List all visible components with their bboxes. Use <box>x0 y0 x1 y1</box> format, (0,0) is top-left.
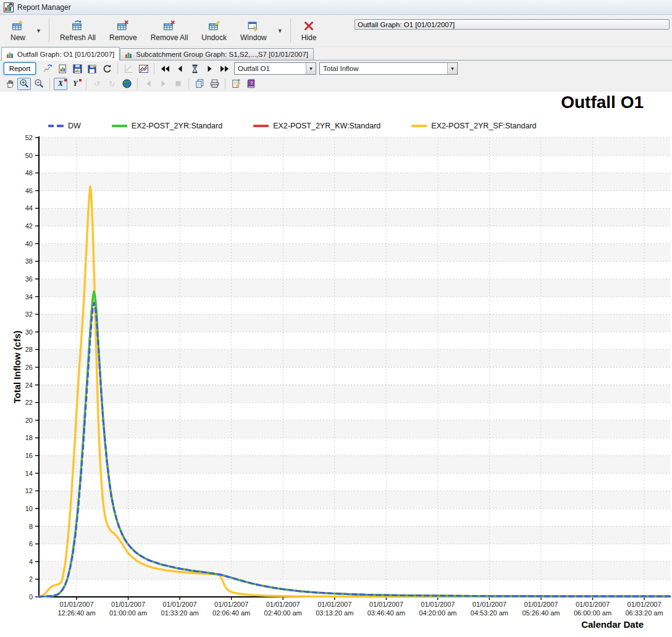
zoom-out-tool-button[interactable] <box>32 78 46 90</box>
pan-tool-button[interactable] <box>2 78 16 90</box>
help-book-button[interactable]: ? <box>244 78 258 90</box>
y-axis-title: Total Inflow (cfs) <box>12 275 22 460</box>
report-tabbar: Outfall Graph: O1 [01/01/2007] Subcatchm… <box>0 47 672 60</box>
previous-icon <box>143 78 154 89</box>
graph-options-button[interactable] <box>41 62 54 75</box>
y-tick-label: 26 <box>25 364 33 371</box>
help-book-icon: ? <box>246 78 256 89</box>
y-tick-label: 22 <box>25 399 33 406</box>
chart-panel[interactable]: 0246810121416182022242628303234363840424… <box>0 91 672 637</box>
y-tick-label: 52 <box>25 134 33 141</box>
grid-band <box>39 173 670 191</box>
first-period-button[interactable] <box>158 62 172 75</box>
chart-properties-button[interactable] <box>229 78 243 90</box>
grid-band <box>39 314 670 332</box>
plot-area[interactable]: 0246810121416182022242628303234363840424… <box>0 91 672 637</box>
step-back-button[interactable] <box>141 78 155 90</box>
full-extent-button[interactable] <box>120 78 133 90</box>
animate-button[interactable] <box>188 62 201 75</box>
chevron-down-icon[interactable]: ▼ <box>306 63 316 74</box>
tab-outfall-graph[interactable]: Outfall Graph: O1 [01/01/2007] <box>1 47 120 60</box>
previous-period-button[interactable] <box>173 62 187 75</box>
step-forward-button[interactable] <box>156 78 170 90</box>
report-button[interactable]: Report <box>4 62 36 75</box>
legend-swatch <box>112 125 127 127</box>
y-tick-label: 12 <box>25 487 33 494</box>
stop-button[interactable] <box>171 78 185 90</box>
save-graph-icon <box>72 64 83 74</box>
x-tick-label: 01/01/200701:00:00 am <box>100 601 157 617</box>
rewind-icon <box>160 64 170 74</box>
remove-all-icon <box>163 20 175 32</box>
new-report-icon <box>12 20 24 32</box>
save-template-button[interactable] <box>85 62 99 75</box>
window-titlebar: Report Manager <box>0 0 672 15</box>
refresh-all-label: Refresh All <box>60 33 96 42</box>
y-tick-label: 8 <box>29 523 33 530</box>
print-button[interactable] <box>208 78 221 90</box>
x-tick-label: 01/01/200706:00:00 am <box>565 601 621 617</box>
remove-label: Remove <box>109 33 137 42</box>
tab-subcatchment-graph[interactable]: Subcatchment Group Graph: S1,S2,...,S7 [… <box>120 48 314 60</box>
last-period-button[interactable] <box>217 62 231 75</box>
refresh-icon <box>102 64 112 74</box>
save-graph-button[interactable] <box>70 62 84 75</box>
y-axis-zoom-button[interactable]: Y <box>69 78 82 90</box>
copy-to-clipboard-button[interactable] <box>193 78 206 90</box>
copy-graph-icon <box>57 64 68 74</box>
remove-all-button[interactable]: Remove All <box>144 16 195 45</box>
pan-hand-icon <box>4 78 15 89</box>
parameter-combo[interactable]: Total Inflow ▼ <box>319 62 458 75</box>
hide-button[interactable]: Hide <box>295 16 324 45</box>
y-tick-label: 36 <box>25 275 33 283</box>
y-tick-label: 44 <box>25 204 33 212</box>
x-axis-zoom-button[interactable]: X <box>54 78 67 90</box>
axis-marker <box>64 79 67 81</box>
hourglass-icon <box>190 64 200 74</box>
redo-zoom-button[interactable]: ↻ <box>105 78 119 90</box>
new-button[interactable]: New <box>4 16 32 45</box>
main-toolbar: New ▼ Refresh All Remove Remove All <box>0 15 672 47</box>
axis-marker <box>79 79 82 81</box>
scatter-graph-icon <box>124 64 134 74</box>
chart-title: Outfall O1 <box>561 93 644 112</box>
refresh-graph-button[interactable] <box>100 62 114 75</box>
element-combo-value: Outfall O1 <box>235 65 306 72</box>
legend-swatch <box>411 125 427 127</box>
globe-icon <box>122 78 132 89</box>
new-dropdown-arrow[interactable]: ▼ <box>32 16 45 45</box>
remove-button[interactable]: Remove <box>103 16 144 45</box>
x-tick-label: 01/01/200706:33:20 am <box>616 601 672 617</box>
y-tick-label: 18 <box>25 434 33 441</box>
legend-item-EX2-POST_2YR_KW:Standard: EX2-POST_2YR_KW:Standard <box>253 122 380 130</box>
report-selector-field[interactable] <box>355 19 670 30</box>
toolbar-separator <box>49 19 49 43</box>
grid-band <box>39 385 670 403</box>
compare-graph-button[interactable] <box>136 62 150 75</box>
copy-graph-button[interactable] <box>56 62 69 75</box>
window-dropdown-arrow[interactable]: ▼ <box>274 16 287 45</box>
undock-label: Undock <box>201 33 227 42</box>
undo-zoom-button[interactable]: ↺ <box>90 78 104 90</box>
y-tick-label: 20 <box>25 417 33 424</box>
window-button[interactable]: Window <box>233 16 274 45</box>
scatter-graph-button[interactable] <box>122 62 135 75</box>
legend-label: EX2-POST_2YR_KW:Standard <box>273 122 380 130</box>
grid-band <box>39 208 670 226</box>
x-axis-title: Calendar Date <box>581 619 644 630</box>
zoom-in-tool-button[interactable] <box>17 78 31 90</box>
legend-item-EX2-POST_2YR:Standard: EX2-POST_2YR:Standard <box>112 122 222 130</box>
tab-label: Outfall Graph: O1 [01/01/2007] <box>17 51 114 58</box>
element-combo[interactable]: Outfall O1 ▼ <box>234 62 316 75</box>
next-period-button[interactable] <box>203 62 216 75</box>
legend-item-EX2-POST_2YR_SF:Standard: EX2-POST_2YR_SF:Standard <box>411 122 536 130</box>
undo-zoom-icon: ↺ <box>94 80 100 88</box>
compare-graph-icon <box>138 64 149 74</box>
y-tick-label: 32 <box>25 310 33 318</box>
chevron-down-icon[interactable]: ▼ <box>447 63 457 74</box>
grid-band <box>39 527 670 544</box>
undock-button[interactable]: Undock <box>195 16 233 45</box>
toolbar-separator <box>49 78 50 90</box>
refresh-all-button[interactable]: Refresh All <box>53 16 103 45</box>
y-tick-label: 24 <box>25 381 33 389</box>
